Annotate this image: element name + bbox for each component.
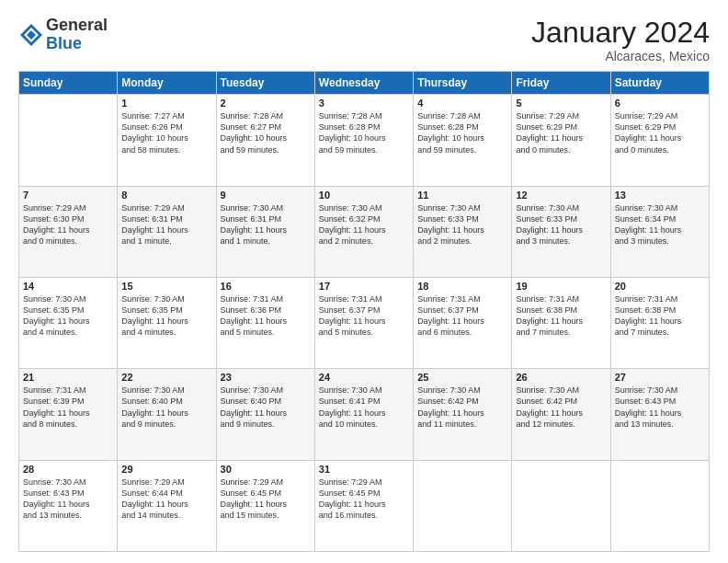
logo-icon	[18, 22, 44, 48]
calendar-cell: 15Sunrise: 7:30 AM Sunset: 6:35 PM Dayli…	[118, 277, 216, 368]
day-number: 1	[121, 98, 211, 109]
calendar-cell: 14Sunrise: 7:30 AM Sunset: 6:35 PM Dayli…	[19, 277, 118, 368]
day-info: Sunrise: 7:31 AM Sunset: 6:37 PM Dayligh…	[417, 293, 507, 339]
day-info: Sunrise: 7:30 AM Sunset: 6:33 PM Dayligh…	[417, 202, 507, 247]
day-info: Sunrise: 7:29 AM Sunset: 6:45 PM Dayligh…	[221, 477, 311, 522]
calendar-cell: 11Sunrise: 7:30 AM Sunset: 6:33 PM Dayli…	[414, 186, 512, 277]
day-number: 25	[417, 372, 507, 383]
week-row-0: 1Sunrise: 7:27 AM Sunset: 6:26 PM Daylig…	[19, 95, 710, 186]
day-number: 17	[319, 281, 409, 292]
calendar-cell: 6Sunrise: 7:29 AM Sunset: 6:29 PM Daylig…	[610, 95, 709, 186]
day-number: 31	[319, 464, 409, 475]
day-number: 3	[319, 98, 409, 109]
day-info: Sunrise: 7:31 AM Sunset: 6:38 PM Dayligh…	[516, 293, 606, 339]
day-number: 15	[121, 281, 211, 292]
day-info: Sunrise: 7:28 AM Sunset: 6:28 PM Dayligh…	[417, 110, 507, 155]
calendar-cell: 31Sunrise: 7:29 AM Sunset: 6:45 PM Dayli…	[314, 460, 413, 551]
calendar-cell: 29Sunrise: 7:29 AM Sunset: 6:44 PM Dayli…	[118, 460, 216, 551]
calendar-cell: 4Sunrise: 7:28 AM Sunset: 6:28 PM Daylig…	[414, 95, 512, 186]
day-number: 6	[615, 98, 705, 109]
day-number: 18	[417, 281, 507, 292]
calendar-cell: 20Sunrise: 7:31 AM Sunset: 6:38 PM Dayli…	[610, 277, 709, 368]
day-info: Sunrise: 7:30 AM Sunset: 6:32 PM Dayligh…	[319, 202, 409, 247]
calendar-cell: 18Sunrise: 7:31 AM Sunset: 6:37 PM Dayli…	[414, 277, 512, 368]
day-info: Sunrise: 7:30 AM Sunset: 6:33 PM Dayligh…	[516, 202, 606, 247]
calendar-cell: 5Sunrise: 7:29 AM Sunset: 6:29 PM Daylig…	[512, 95, 610, 186]
day-info: Sunrise: 7:30 AM Sunset: 6:42 PM Dayligh…	[417, 385, 507, 430]
day-number: 12	[516, 190, 606, 201]
calendar-cell: 13Sunrise: 7:30 AM Sunset: 6:34 PM Dayli…	[610, 186, 709, 277]
day-info: Sunrise: 7:30 AM Sunset: 6:34 PM Dayligh…	[615, 202, 705, 247]
logo-general: General	[46, 17, 108, 35]
day-header-sunday: Sunday	[19, 72, 118, 95]
day-info: Sunrise: 7:30 AM Sunset: 6:43 PM Dayligh…	[615, 385, 705, 430]
logo-text: General Blue	[46, 17, 108, 53]
calendar-cell: 26Sunrise: 7:30 AM Sunset: 6:42 PM Dayli…	[512, 369, 610, 460]
calendar-cell: 23Sunrise: 7:30 AM Sunset: 6:40 PM Dayli…	[216, 369, 314, 460]
day-number: 29	[121, 464, 211, 475]
logo: General Blue	[18, 17, 108, 53]
location: Alcaraces, Mexico	[531, 49, 710, 63]
calendar-cell: 10Sunrise: 7:30 AM Sunset: 6:32 PM Dayli…	[314, 186, 413, 277]
day-number: 7	[23, 190, 113, 201]
day-info: Sunrise: 7:29 AM Sunset: 6:45 PM Dayligh…	[319, 477, 409, 522]
calendar-cell: 7Sunrise: 7:29 AM Sunset: 6:30 PM Daylig…	[19, 186, 118, 277]
calendar-cell: 28Sunrise: 7:30 AM Sunset: 6:43 PM Dayli…	[19, 460, 118, 551]
day-number: 24	[319, 372, 409, 383]
day-info: Sunrise: 7:27 AM Sunset: 6:26 PM Dayligh…	[121, 110, 211, 155]
week-row-4: 28Sunrise: 7:30 AM Sunset: 6:43 PM Dayli…	[19, 460, 710, 551]
day-info: Sunrise: 7:31 AM Sunset: 6:37 PM Dayligh…	[319, 293, 409, 339]
day-header-tuesday: Tuesday	[216, 72, 314, 95]
calendar-cell: 16Sunrise: 7:31 AM Sunset: 6:36 PM Dayli…	[216, 277, 314, 368]
calendar-cell	[610, 460, 709, 551]
day-info: Sunrise: 7:30 AM Sunset: 6:40 PM Dayligh…	[121, 385, 211, 430]
header: General Blue January 2024 Alcaraces, Mex…	[18, 17, 710, 63]
calendar-cell: 8Sunrise: 7:29 AM Sunset: 6:31 PM Daylig…	[118, 186, 216, 277]
calendar-cell: 1Sunrise: 7:27 AM Sunset: 6:26 PM Daylig…	[118, 95, 216, 186]
day-info: Sunrise: 7:30 AM Sunset: 6:42 PM Dayligh…	[516, 385, 606, 430]
day-header-thursday: Thursday	[414, 72, 512, 95]
day-number: 30	[221, 464, 311, 475]
day-number: 16	[221, 281, 311, 292]
day-info: Sunrise: 7:30 AM Sunset: 6:40 PM Dayligh…	[221, 385, 311, 430]
day-info: Sunrise: 7:31 AM Sunset: 6:36 PM Dayligh…	[221, 293, 311, 339]
header-row: SundayMondayTuesdayWednesdayThursdayFrid…	[19, 72, 710, 95]
calendar-cell: 27Sunrise: 7:30 AM Sunset: 6:43 PM Dayli…	[610, 369, 709, 460]
day-number: 21	[23, 372, 113, 383]
week-row-2: 14Sunrise: 7:30 AM Sunset: 6:35 PM Dayli…	[19, 277, 710, 368]
calendar-cell: 2Sunrise: 7:28 AM Sunset: 6:27 PM Daylig…	[216, 95, 314, 186]
day-info: Sunrise: 7:30 AM Sunset: 6:35 PM Dayligh…	[121, 293, 211, 339]
calendar-cell: 21Sunrise: 7:31 AM Sunset: 6:39 PM Dayli…	[19, 369, 118, 460]
day-info: Sunrise: 7:30 AM Sunset: 6:43 PM Dayligh…	[23, 477, 113, 522]
calendar-cell: 24Sunrise: 7:30 AM Sunset: 6:41 PM Dayli…	[314, 369, 413, 460]
day-info: Sunrise: 7:29 AM Sunset: 6:29 PM Dayligh…	[615, 110, 705, 155]
calendar-cell: 3Sunrise: 7:28 AM Sunset: 6:28 PM Daylig…	[314, 95, 413, 186]
day-number: 19	[516, 281, 606, 292]
day-number: 14	[23, 281, 113, 292]
day-number: 26	[516, 372, 606, 383]
day-info: Sunrise: 7:29 AM Sunset: 6:31 PM Dayligh…	[121, 202, 211, 247]
day-number: 23	[221, 372, 311, 383]
calendar-cell: 25Sunrise: 7:30 AM Sunset: 6:42 PM Dayli…	[414, 369, 512, 460]
calendar-cell	[19, 95, 118, 186]
calendar-page: General Blue January 2024 Alcaraces, Mex…	[0, 0, 728, 563]
day-number: 13	[615, 190, 705, 201]
day-number: 8	[121, 190, 211, 201]
week-row-3: 21Sunrise: 7:31 AM Sunset: 6:39 PM Dayli…	[19, 369, 710, 460]
calendar-cell: 30Sunrise: 7:29 AM Sunset: 6:45 PM Dayli…	[216, 460, 314, 551]
day-info: Sunrise: 7:30 AM Sunset: 6:41 PM Dayligh…	[319, 385, 409, 430]
title-block: January 2024 Alcaraces, Mexico	[531, 17, 710, 63]
calendar-cell: 17Sunrise: 7:31 AM Sunset: 6:37 PM Dayli…	[314, 277, 413, 368]
day-number: 20	[615, 281, 705, 292]
day-info: Sunrise: 7:28 AM Sunset: 6:28 PM Dayligh…	[319, 110, 409, 155]
calendar-cell: 22Sunrise: 7:30 AM Sunset: 6:40 PM Dayli…	[118, 369, 216, 460]
day-info: Sunrise: 7:29 AM Sunset: 6:29 PM Dayligh…	[516, 110, 606, 155]
day-number: 28	[23, 464, 113, 475]
day-number: 11	[417, 190, 507, 201]
calendar-cell	[512, 460, 610, 551]
day-info: Sunrise: 7:31 AM Sunset: 6:39 PM Dayligh…	[23, 385, 113, 430]
day-info: Sunrise: 7:30 AM Sunset: 6:31 PM Dayligh…	[221, 202, 311, 247]
day-number: 9	[221, 190, 311, 201]
month-title: January 2024	[531, 17, 710, 49]
logo-blue: Blue	[46, 35, 108, 53]
